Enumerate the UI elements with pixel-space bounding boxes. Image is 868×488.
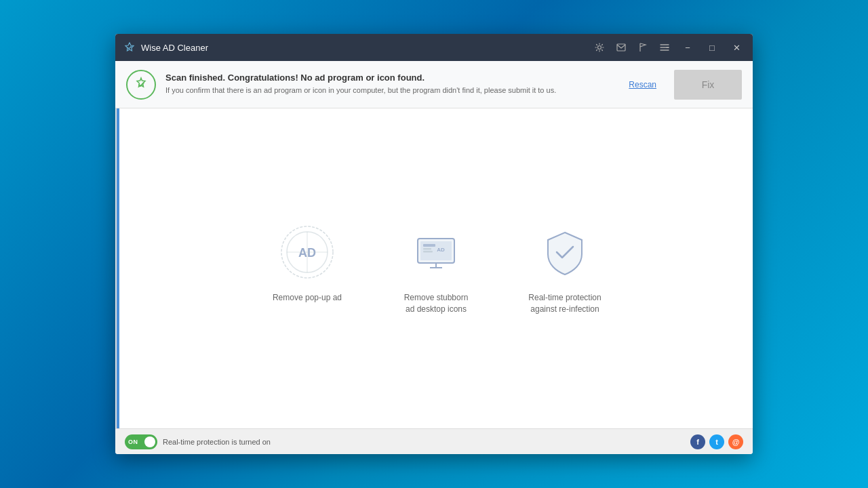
desktop-icons-icon: AD <box>406 222 467 283</box>
feature-realtime: Real-time protection against re-infectio… <box>528 222 602 315</box>
desktop-icons-label: Remove stubborn ad desktop icons <box>399 292 473 315</box>
features-row: AD Remove pop-up ad <box>270 222 602 315</box>
bottom-bar: ON Real-time protection is turned on f t… <box>115 428 753 454</box>
sidebar <box>115 108 119 428</box>
protection-toggle[interactable]: ON <box>125 434 157 449</box>
scan-icon <box>126 70 156 100</box>
scan-subtitle: If you confirm that there is an ad progr… <box>165 85 619 96</box>
window-controls: − □ ✕ <box>677 34 747 61</box>
toggle-knob <box>144 436 155 447</box>
scan-text: Scan finished. Congratulations! No ad pr… <box>165 73 619 96</box>
title-bar-left: Wise AD Cleaner <box>123 41 208 54</box>
app-title: Wise AD Cleaner <box>141 43 208 53</box>
social-icons: f t @ <box>690 434 743 449</box>
mail-icon[interactable] <box>614 41 628 54</box>
app-window: Wise AD Cleaner <box>115 34 753 454</box>
realtime-icon <box>534 222 595 283</box>
scan-title: Scan finished. Congratulations! No ad pr… <box>165 73 619 83</box>
twitter-icon[interactable]: t <box>709 434 724 449</box>
app-body: AD Remove pop-up ad <box>115 108 753 428</box>
svg-point-0 <box>598 46 601 49</box>
protection-status-text: Real-time protection is turned on <box>163 438 685 446</box>
title-bar: Wise AD Cleaner <box>115 34 753 61</box>
fix-button[interactable]: Fix <box>674 70 742 100</box>
realtime-label: Real-time protection against re-infectio… <box>528 292 602 315</box>
app-icon <box>123 41 136 54</box>
svg-rect-1 <box>617 44 625 51</box>
settings-icon[interactable] <box>593 41 606 54</box>
sidebar-accent <box>117 108 119 428</box>
email-icon[interactable]: @ <box>728 434 743 449</box>
main-content: AD Remove pop-up ad <box>119 108 753 428</box>
flag-icon[interactable] <box>636 41 650 54</box>
scan-result-bar: Scan finished. Congratulations! No ad pr… <box>115 61 753 108</box>
rescan-link[interactable]: Rescan <box>629 80 656 89</box>
popup-ad-icon: AD <box>277 222 338 283</box>
close-button[interactable]: ✕ <box>726 37 747 58</box>
svg-rect-15 <box>423 248 431 250</box>
svg-rect-14 <box>423 244 435 247</box>
toggle-label: ON <box>125 439 138 445</box>
svg-text:AD: AD <box>437 247 445 253</box>
maximize-button[interactable]: □ <box>701 37 723 58</box>
svg-rect-16 <box>423 251 433 253</box>
popup-ad-label: Remove pop-up ad <box>273 292 342 304</box>
facebook-icon[interactable]: f <box>690 434 705 449</box>
menu-icon[interactable] <box>658 41 671 54</box>
minimize-button[interactable]: − <box>677 37 698 58</box>
feature-popup-ad: AD Remove pop-up ad <box>270 222 344 304</box>
title-bar-actions <box>593 41 671 54</box>
feature-desktop-icons: AD Remove stubborn ad desktop icons <box>399 222 473 315</box>
